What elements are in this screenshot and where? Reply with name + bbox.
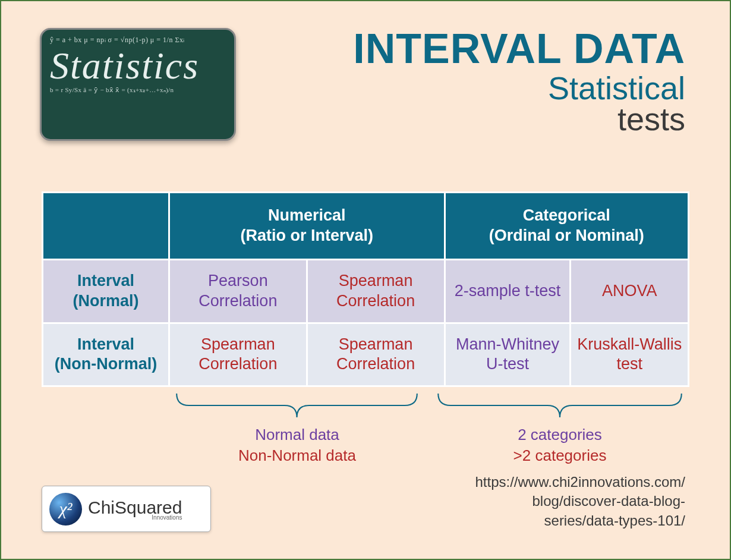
statistics-word: Statistics bbox=[50, 47, 226, 85]
legend-gt2cat: >2 categories bbox=[435, 445, 685, 466]
header-categorical: Categorical (Ordinal or Nominal) bbox=[446, 193, 688, 259]
statistical-tests-table: Numerical (Ratio or Interval) Categorica… bbox=[42, 191, 689, 387]
cell-ttest: 2-sample t-test bbox=[446, 260, 570, 322]
title-main: INTERVAL DATA bbox=[353, 25, 685, 73]
cell-spearman-3: Spearman Correlation bbox=[308, 324, 444, 386]
header-numerical-line2: (Ratio or Interval) bbox=[240, 226, 373, 244]
table-row: Interval (Normal) Pearson Correlation Sp… bbox=[43, 260, 688, 322]
legend-2cat: 2 categories bbox=[435, 424, 685, 445]
header-numerical-line1: Numerical bbox=[268, 206, 346, 224]
header-categorical-line2: (Ordinal or Nominal) bbox=[489, 226, 644, 244]
cell-pearson: Pearson Correlation bbox=[170, 260, 306, 322]
row-label-normal: Interval (Normal) bbox=[43, 260, 168, 322]
table-corner-cell bbox=[43, 193, 168, 259]
cell-spearman-1: Spearman Correlation bbox=[308, 260, 444, 322]
row-label-nonnormal: Interval (Non-Normal) bbox=[43, 324, 168, 386]
cell-anova: ANOVA bbox=[571, 260, 688, 322]
formula-text-bottom: b = r Sy/Sx ā = ȳ − bx̄ x̄ = (x₁+x₂+…+xₙ… bbox=[50, 86, 226, 94]
source-url: https://www.chi2innovations.com/ blog/di… bbox=[475, 473, 686, 530]
legend-left: Normal data Non-Normal data bbox=[172, 424, 422, 466]
brace-right bbox=[435, 391, 685, 420]
cell-mannwhitney: Mann-Whitney U-test bbox=[446, 324, 570, 386]
statistics-chalkboard-image: ŷ = a + bx μ = npᵢ σ = √np(1-p) μ = 1/n … bbox=[40, 28, 236, 141]
chisquared-logo: χ² ChiSquared Innovations bbox=[42, 486, 211, 532]
legend-right: 2 categories >2 categories bbox=[435, 424, 685, 466]
legend-nonnormal-data: Non-Normal data bbox=[172, 445, 422, 466]
header-categorical-line1: Categorical bbox=[523, 206, 610, 224]
table-row: Interval (Non-Normal) Spearman Correlati… bbox=[43, 324, 688, 386]
formula-text-top: ŷ = a + bx μ = npᵢ σ = √np(1-p) μ = 1/n … bbox=[50, 36, 226, 45]
header-numerical: Numerical (Ratio or Interval) bbox=[170, 193, 444, 259]
title-sub2: tests bbox=[353, 100, 685, 137]
cell-kruskall: Kruskall-Wallis test bbox=[571, 324, 688, 386]
slide-title-block: INTERVAL DATA Statistical tests bbox=[353, 25, 685, 137]
legend-normal-data: Normal data bbox=[172, 424, 422, 445]
chi-orb-icon: χ² bbox=[49, 493, 82, 526]
logo-text: ChiSquared Innovations bbox=[88, 498, 182, 521]
cell-spearman-2: Spearman Correlation bbox=[170, 324, 306, 386]
brace-left bbox=[174, 391, 420, 420]
